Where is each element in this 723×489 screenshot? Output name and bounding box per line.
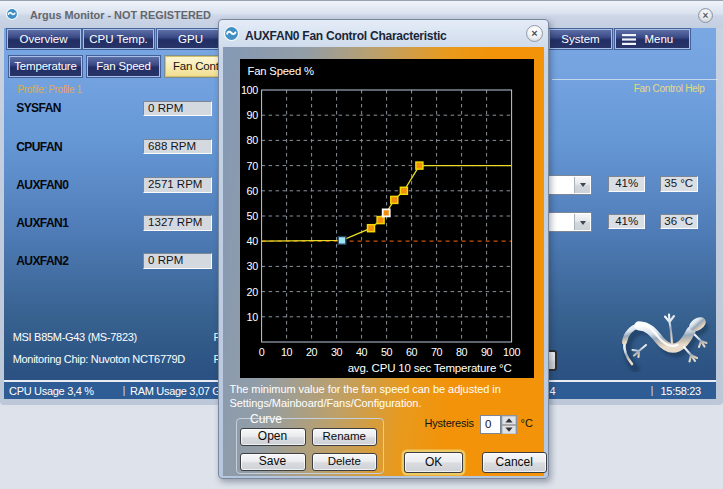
svg-text:50: 50 [246, 210, 258, 222]
svg-text:90: 90 [246, 109, 258, 121]
svg-text:100: 100 [240, 84, 257, 96]
svg-text:100: 100 [503, 346, 520, 358]
svg-text:40: 40 [246, 235, 258, 247]
svg-text:80: 80 [455, 346, 467, 358]
svg-text:10: 10 [280, 346, 292, 358]
svg-text:80: 80 [246, 134, 258, 146]
svg-text:10: 10 [246, 311, 258, 323]
svg-text:20: 20 [246, 286, 258, 298]
svg-text:50: 50 [380, 346, 392, 358]
svg-text:avg. CPU 10 sec Temperature °C: avg. CPU 10 sec Temperature °C [347, 362, 511, 374]
svg-text:0: 0 [258, 346, 264, 358]
svg-text:70: 70 [246, 160, 258, 172]
svg-text:20: 20 [305, 346, 317, 358]
svg-text:30: 30 [330, 346, 342, 358]
svg-text:40: 40 [355, 346, 367, 358]
svg-text:90: 90 [480, 346, 492, 358]
svg-text:60: 60 [246, 185, 258, 197]
svg-text:60: 60 [405, 346, 417, 358]
svg-text:70: 70 [430, 346, 442, 358]
svg-text:30: 30 [246, 260, 258, 272]
svg-text:Fan Speed %: Fan Speed % [247, 65, 313, 77]
